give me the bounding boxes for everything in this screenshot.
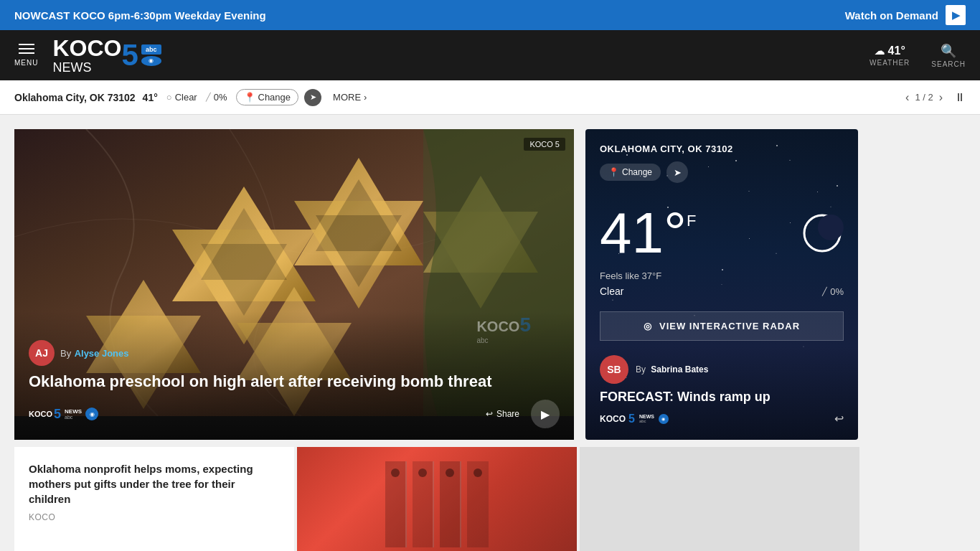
widget-locate-icon: ➤ [674,167,682,178]
bottom-card-2[interactable] [580,447,859,551]
forecast-title: FORECAST: Winds ramp up [600,390,844,405]
svg-point-17 [818,215,844,240]
featured-video: KOCO 5 KOCO5 abc AJ By Alyse Jones Oklah… [14,129,574,440]
header-left: MENU KOCO NEWS 5 abc ◉ [14,36,161,75]
weather-condition: ○ Clear [166,92,197,103]
widget-koco-logo: KOCO 5 NEWS abc ◉ [600,413,669,425]
lockers [371,447,503,551]
widget-author-name: Sabrina Bates [651,364,708,375]
radar-button[interactable]: ◎ VIEW INTERACTIVE RADAR [600,311,844,341]
koco-news-logo-video: KOCO 5 NEWS abc ◉ [29,407,98,422]
weather-bar-nav: ‹ 1 / 2 › ⏸ [905,91,966,104]
feels-like: Feels like 37°F [600,270,844,281]
more-button[interactable]: MORE › [333,92,367,103]
bottom-cards: Oklahoma nonprofit helps moms, expecting… [0,447,980,551]
pause-button[interactable]: ⏸ [954,91,966,104]
watch-demand-button[interactable]: Watch on Demand ▶ [845,5,966,25]
locker-bg [297,447,577,551]
logo-koco: KOCO [52,36,121,61]
next-arrow[interactable]: › [939,91,943,104]
widget-temp-row: 41° F [600,204,844,263]
page-indicator: 1 / 2 [915,92,933,103]
precip-icon-w: ╱ [822,287,827,296]
bottom-card-0[interactable]: Oklahoma nonprofit helps moms, expecting… [14,447,294,551]
bottom-card-source-0: KOCO [29,512,280,522]
weather-location: Oklahoma City, OK 73102 [14,92,136,103]
menu-button[interactable]: MENU [14,44,38,67]
widget-footer: KOCO 5 NEWS abc ◉ ↩ [600,412,844,425]
precip-icon: ╱ [206,93,211,102]
share-icon: ↩ [486,409,493,419]
widget-condition: Clear [600,286,623,297]
watch-demand-label: Watch on Demand [845,9,938,22]
site-logo[interactable]: KOCO NEWS 5 abc ◉ [52,36,161,75]
widget-author-row: SB By Sabrina Bates [600,355,844,384]
logo-news: NEWS [52,61,121,75]
widget-location: OKLAHOMA CITY, OK 73102 [600,143,844,154]
top-banner: NOWCAST KOCO 6pm-6:30pm Weekday Evening … [0,0,980,30]
video-title[interactable]: Oklahoma preschool on high alert after r… [29,372,560,392]
temp-container: 41° F [600,204,696,262]
main-content: KOCO 5 KOCO5 abc AJ By Alyse Jones Oklah… [0,115,980,447]
widget-unit: F [687,212,696,230]
locate-icon: ➤ [310,93,316,102]
bottom-card-title-0: Oklahoma nonprofit helps moms, expecting… [29,461,280,507]
change-label: Change [258,92,291,103]
weather-widget: OKLAHOMA CITY, OK 73102 📍 Change ➤ 41° F [585,129,858,440]
search-label: SEARCH [931,60,966,68]
weather-widget-inner: OKLAHOMA CITY, OK 73102 📍 Change ➤ 41° F [600,143,844,425]
author-info: By Alyse Jones [60,347,129,359]
precip-value-w: 0% [830,286,844,297]
locate-button[interactable]: ➤ [304,89,321,106]
more-label: MORE [333,92,361,103]
widget-author-info: By Sabrina Bates [636,364,708,375]
menu-label: MENU [14,59,38,67]
weather-condition-icon [801,212,844,263]
search-icon: 🔍 [941,43,956,59]
weather-nav-button[interactable]: ☁ 41° WEATHER [870,44,910,67]
widget-controls: 📍 Change ➤ [600,161,844,183]
widget-locate-button[interactable]: ➤ [666,161,688,183]
radar-icon: ◎ [644,321,652,331]
change-location-button[interactable]: 📍 Change [236,89,299,105]
share-button[interactable]: ↩ Share [486,409,519,419]
play-button[interactable]: ▶ [531,400,560,428]
moon-svg [801,212,844,255]
weather-nav-label: WEATHER [870,59,910,67]
weather-bar: Oklahoma City, OK 73102 41° ○ Clear ╱ 0%… [0,80,980,115]
author-row: AJ By Alyse Jones [29,340,560,366]
video-footer: KOCO 5 NEWS abc ◉ ↩ Share [29,400,560,428]
widget-precip: ╱ 0% [822,286,844,297]
play-icon: ▶ [541,408,550,421]
header-right: ☁ 41° WEATHER 🔍 SEARCH [870,43,966,68]
pin-icon-widget: 📍 [608,167,619,177]
condition-row: Clear ╱ 0% [600,286,844,297]
logo-5: 5 [121,40,138,70]
header-weather-temp: ☁ 41° [875,44,905,57]
widget-share-button[interactable]: ↩ [834,412,844,425]
condition-text: Clear [175,92,197,103]
banner-text: NOWCAST KOCO 6pm-6:30pm Weekday Evening [14,9,266,22]
play-icon[interactable]: ▶ [946,5,966,25]
precip-value: 0% [214,92,227,103]
author-name: Alyse Jones [75,348,129,359]
main-header: MENU KOCO NEWS 5 abc ◉ ☁ 41° WEA [0,30,980,80]
widget-change-button[interactable]: 📍 Change [600,164,661,181]
widget-temperature: 41° [600,204,687,262]
widget-author-avatar: SB [600,355,628,384]
chevron-right-icon: › [364,92,367,103]
prev-arrow[interactable]: ‹ [905,91,909,104]
author-avatar: AJ [29,340,55,366]
weather-precip: ╱ 0% [206,92,227,103]
pin-icon: 📍 [244,92,255,103]
video-overlay: AJ By Alyse Jones Oklahoma preschool on … [14,311,574,440]
search-button[interactable]: 🔍 SEARCH [931,43,966,68]
bottom-card-1[interactable] [297,447,577,551]
weather-bar-temp: 41° [143,92,158,103]
koco-badge: KOCO 5 [524,138,565,151]
condition-icon: ○ [166,92,172,103]
